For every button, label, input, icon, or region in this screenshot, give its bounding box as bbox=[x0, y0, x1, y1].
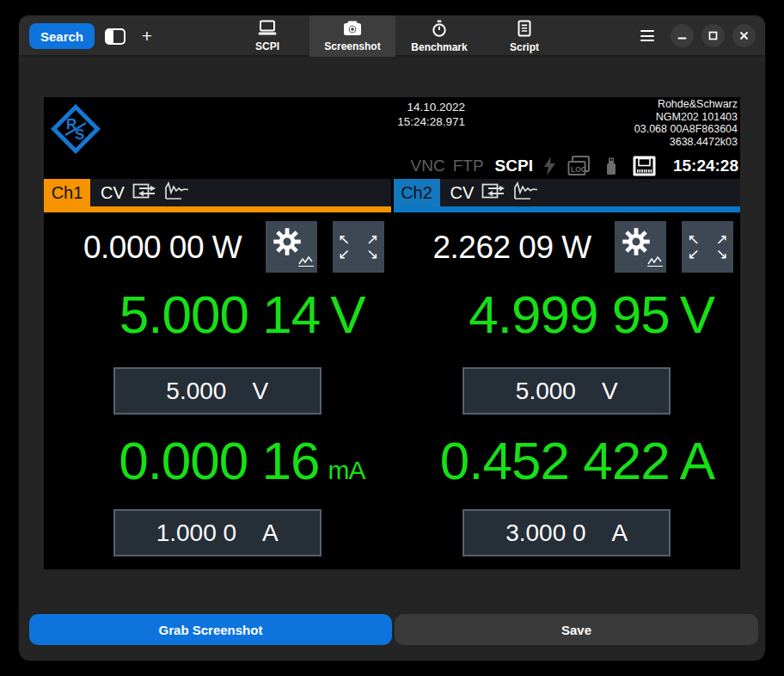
channel-panels: Ch1 CV bbox=[44, 179, 740, 569]
sink-source-icon bbox=[481, 181, 505, 204]
script-icon bbox=[517, 20, 532, 40]
ch2-mode-strip: CV bbox=[440, 179, 741, 206]
ch2-body: 2.262 09 W bbox=[394, 212, 741, 569]
close-button[interactable] bbox=[732, 24, 756, 47]
instrument-screenshot: R S 14.10.2022 15:24:28.971 Rohde&Schwar… bbox=[44, 97, 740, 569]
tab-label: Script bbox=[510, 41, 539, 53]
rohde-schwarz-logo: R S bbox=[49, 102, 102, 156]
ch1-expand-button[interactable]: ↖↗↙↘ bbox=[333, 221, 384, 273]
instrument-header: R S 14.10.2022 15:24:28.971 Rohde&Schwar… bbox=[44, 97, 740, 179]
chart-overlay-icon bbox=[646, 254, 664, 270]
tab-label: Screenshot bbox=[324, 40, 380, 52]
ch1-accent-bar bbox=[44, 206, 391, 212]
chart-overlay-icon bbox=[297, 254, 315, 270]
ch2-voltage-reading: 4.999 95V bbox=[469, 286, 714, 343]
scpi-display-icon bbox=[257, 20, 278, 40]
sink-source-icon bbox=[132, 181, 156, 204]
app-window: Search + SCPI bbox=[19, 15, 765, 661]
ch2-current-setpoint-field[interactable]: 3.000 0 A bbox=[462, 509, 671, 556]
channel-panel-ch1: Ch1 CV bbox=[44, 179, 391, 569]
ch1-body: 0.000 00 W bbox=[44, 212, 391, 569]
tab-screenshot[interactable]: Screenshot bbox=[309, 15, 395, 57]
vnc-status: VNC bbox=[411, 157, 445, 175]
ch1-current-reading: 0.000 16mA bbox=[119, 433, 364, 499]
instrument-status-bar: VNC FTP SCPI LOG bbox=[411, 154, 738, 178]
ch2-tab-row: Ch2 CV bbox=[394, 179, 741, 206]
device-info: Rohde&Schwarz NGM202 101403 03.068 00A8F… bbox=[634, 98, 738, 148]
ftp-status: FTP bbox=[453, 157, 484, 175]
desktop-background: Search + SCPI bbox=[0, 0, 784, 676]
save-button[interactable]: Save bbox=[395, 614, 758, 645]
ch2-settings-button[interactable] bbox=[615, 221, 666, 273]
ch2-accent-bar bbox=[394, 206, 741, 212]
minimize-button[interactable] bbox=[671, 24, 694, 47]
expand-icon: ↖↗↙↘ bbox=[682, 233, 733, 261]
grab-screenshot-button[interactable]: Grab Screenshot bbox=[29, 614, 392, 645]
usb-icon bbox=[603, 157, 620, 175]
instrument-datetime: 14.10.2022 15:24:28.971 bbox=[397, 100, 465, 129]
ch1-tab-row: Ch1 CV bbox=[44, 179, 391, 206]
ch2-expand-button[interactable]: ↖↗↙↘ bbox=[682, 221, 733, 273]
bolt-icon bbox=[543, 156, 556, 176]
menu-icon[interactable] bbox=[640, 30, 654, 41]
camera-icon bbox=[343, 20, 362, 40]
ch1-mode-strip: CV bbox=[90, 179, 391, 206]
tab-benchmark[interactable]: Benchmark bbox=[402, 15, 476, 57]
tab-label: SCPI bbox=[255, 40, 279, 52]
ch2-tab[interactable]: Ch2 bbox=[394, 179, 440, 206]
tab-script[interactable]: Script bbox=[494, 15, 554, 57]
instrument-clock: 15:24:28 bbox=[673, 157, 738, 175]
ch1-settings-button[interactable] bbox=[266, 221, 317, 273]
search-button[interactable]: Search bbox=[29, 23, 95, 49]
cv-mode-label: CV bbox=[101, 183, 125, 203]
waveform-icon bbox=[164, 181, 190, 204]
ch1-voltage-reading: 5.000 14V bbox=[119, 286, 365, 343]
ch1-power-reading: 0.000 00 W bbox=[83, 230, 242, 266]
svg-text:LOG: LOG bbox=[571, 165, 587, 174]
scpi-status: SCPI bbox=[495, 157, 533, 175]
ch1-current-setpoint-field[interactable]: 1.000 0 A bbox=[113, 509, 322, 556]
titlebar: Search + SCPI bbox=[19, 15, 765, 57]
waveform-icon bbox=[513, 181, 539, 204]
lan-icon bbox=[633, 156, 656, 176]
maximize-button[interactable] bbox=[701, 24, 725, 47]
ch2-current-reading: 0.452 422A bbox=[440, 433, 714, 489]
ch2-voltage-setpoint-field[interactable]: 5.000 V bbox=[462, 367, 671, 415]
ch2-power-reading: 2.262 09 W bbox=[433, 230, 591, 266]
tab-label: Benchmark bbox=[411, 41, 467, 53]
add-tab-icon[interactable]: + bbox=[136, 26, 158, 46]
channel-panel-ch2: Ch2 CV bbox=[394, 179, 741, 569]
cv-mode-label: CV bbox=[450, 183, 475, 203]
sidebar-toggle-icon[interactable] bbox=[103, 26, 127, 46]
ch1-tab[interactable]: Ch1 bbox=[44, 179, 90, 206]
ch1-voltage-setpoint-field[interactable]: 5.000 V bbox=[113, 367, 322, 415]
expand-icon: ↖↗↙↘ bbox=[333, 233, 384, 261]
log-icon: LOG bbox=[567, 156, 591, 176]
stopwatch-icon bbox=[431, 20, 448, 40]
tab-scpi[interactable]: SCPI bbox=[241, 15, 294, 57]
